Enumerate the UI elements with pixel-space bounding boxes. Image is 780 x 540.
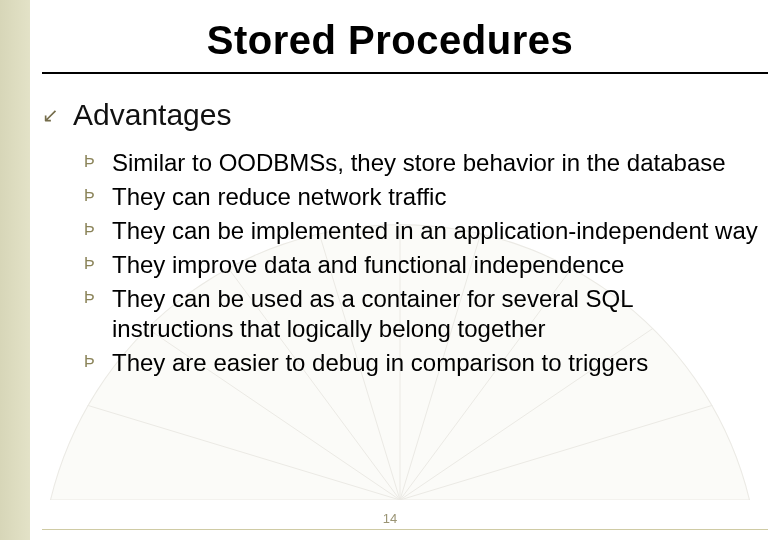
list-item: Þ They are easier to debug in comparison… (84, 348, 760, 378)
thorn-bullet-icon: Þ (84, 250, 112, 278)
slide-subtitle: Advantages (73, 98, 231, 132)
list-item-text: Similar to OODBMSs, they store behavior … (112, 148, 726, 178)
thorn-bullet-icon: Þ (84, 284, 112, 312)
list-item: Þ They can reduce network traffic (84, 182, 760, 212)
thorn-bullet-icon: Þ (84, 182, 112, 210)
list-item-text: They can be used as a container for seve… (112, 284, 760, 344)
thorn-bullet-icon: Þ (84, 148, 112, 176)
list-item: Þ They improve data and functional indep… (84, 250, 760, 280)
body-list: Þ Similar to OODBMSs, they store behavio… (84, 148, 760, 382)
slide: Stored Procedures ↙ Advantages Þ Similar… (0, 0, 780, 540)
list-item-text: They can reduce network traffic (112, 182, 446, 212)
thorn-bullet-icon: Þ (84, 348, 112, 376)
page-number: 14 (0, 511, 780, 526)
list-item-text: They improve data and functional indepen… (112, 250, 624, 280)
list-item: Þ They can be implemented in an applicat… (84, 216, 760, 246)
svg-line-2 (70, 400, 400, 500)
arrow-bullet-icon: ↙ (42, 105, 59, 125)
list-item-text: They can be implemented in an applicatio… (112, 216, 758, 246)
subtitle-row: ↙ Advantages (42, 98, 231, 132)
list-item: Þ Similar to OODBMSs, they store behavio… (84, 148, 760, 178)
left-decorative-band (0, 0, 30, 540)
slide-title: Stored Procedures (0, 18, 780, 63)
bottom-divider (42, 529, 768, 530)
list-item-text: They are easier to debug in comparison t… (112, 348, 648, 378)
svg-line-10 (400, 400, 730, 500)
title-underline (42, 72, 768, 74)
list-item: Þ They can be used as a container for se… (84, 284, 760, 344)
thorn-bullet-icon: Þ (84, 216, 112, 244)
